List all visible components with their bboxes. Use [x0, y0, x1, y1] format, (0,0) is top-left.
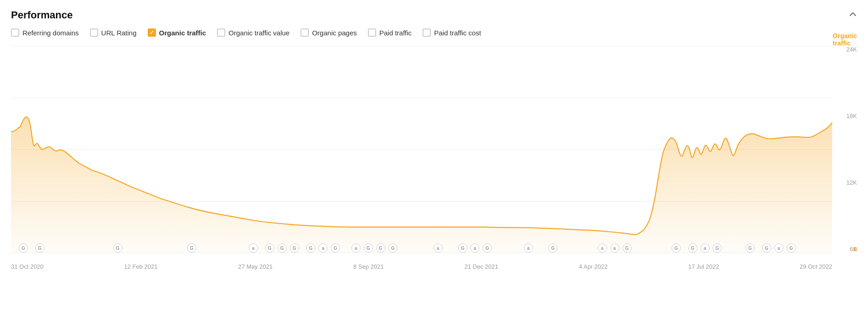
event-icon-a[interactable]: a — [470, 243, 479, 253]
y-label-zero: 0 — [854, 246, 857, 253]
checkbox-organic-traffic[interactable] — [148, 28, 156, 37]
x-label-dec2021: 21 Dec 2021 — [464, 263, 498, 270]
event-icon-g[interactable]: G — [762, 243, 771, 253]
checkbox-organic-pages[interactable] — [300, 28, 309, 37]
event-icon-g[interactable]: G — [787, 243, 796, 253]
y-label-24k: 24K — [846, 46, 857, 53]
y-label-18k: 18K — [846, 113, 857, 119]
event-icon-a[interactable]: a — [318, 243, 328, 253]
event-icon-g[interactable]: G — [364, 243, 373, 253]
event-icon-g[interactable]: G — [688, 243, 697, 253]
event-icon-g[interactable]: G — [331, 243, 340, 253]
x-label-feb2021: 12 Feb 2021 — [124, 263, 158, 270]
event-icon-g[interactable]: G — [265, 243, 274, 253]
event-icon-g[interactable]: G — [623, 243, 632, 253]
x-label-oct2020: 31 Oct 2020 — [11, 263, 44, 270]
event-icons-row: G G G G a G G G G a G a G G G a G a G a … — [11, 242, 832, 253]
filter-label-url-rating: URL Rating — [101, 29, 137, 37]
event-icon-g[interactable]: G — [672, 243, 681, 253]
event-icon-a[interactable]: a — [774, 243, 784, 253]
filter-label-paid-traffic: Paid traffic — [379, 29, 412, 37]
filter-label-organic-traffic: Organic traffic — [159, 29, 206, 37]
chart-svg-container — [11, 46, 832, 253]
section-title: Performance — [11, 9, 73, 21]
event-icon-g[interactable]: G — [290, 243, 299, 253]
event-icon-g[interactable]: G — [483, 243, 492, 253]
event-icon-g[interactable]: G — [376, 243, 385, 253]
chart-y-axis-title: Organic traffic — [833, 32, 857, 47]
y-label-12k: 12K — [846, 179, 857, 186]
filter-label-paid-traffic-cost: Paid traffic cost — [434, 29, 481, 37]
filter-bar: Referring domains URL Rating Organic tra… — [11, 28, 857, 37]
event-icon-a[interactable]: a — [610, 243, 619, 253]
x-label-jul2022: 17 Jul 2022 — [688, 263, 719, 270]
filter-paid-traffic[interactable]: Paid traffic — [368, 28, 412, 37]
filter-label-organic-pages: Organic pages — [312, 29, 357, 37]
event-icon-g[interactable]: G — [388, 243, 397, 253]
filter-organic-traffic-value[interactable]: Organic traffic value — [217, 28, 289, 37]
chevron-up-icon — [849, 10, 857, 18]
x-label-sep2021: 8 Sep 2021 — [353, 263, 384, 270]
event-icon-g[interactable]: G — [306, 243, 315, 253]
filter-organic-traffic[interactable]: Organic traffic — [148, 28, 206, 37]
filter-organic-pages[interactable]: Organic pages — [300, 28, 357, 37]
chart-area: Organic traffic 24K 18K 12K 6K 0 G G G G… — [11, 46, 857, 271]
event-icon-g[interactable]: G — [35, 243, 45, 253]
event-icon-a[interactable]: a — [351, 243, 361, 253]
filter-referring-domains[interactable]: Referring domains — [11, 28, 79, 37]
x-axis: 31 Oct 2020 12 Feb 2021 27 May 2021 8 Se… — [11, 253, 832, 271]
checkbox-url-rating[interactable] — [90, 28, 98, 37]
event-icon-g[interactable]: G — [187, 243, 196, 253]
x-label-oct2022: 29 Oct 2022 — [800, 263, 832, 270]
filter-paid-traffic-cost[interactable]: Paid traffic cost — [423, 28, 481, 37]
event-icon-g[interactable]: G — [548, 243, 557, 253]
checkbox-paid-traffic-cost[interactable] — [423, 28, 431, 37]
x-label-apr2022: 4 Apr 2022 — [579, 263, 608, 270]
event-icon-g[interactable]: G — [712, 243, 722, 253]
event-icon-g[interactable]: G — [746, 243, 755, 253]
x-label-may2021: 27 May 2021 — [238, 263, 273, 270]
chart-svg — [11, 46, 832, 253]
checkbox-organic-traffic-value[interactable] — [217, 28, 225, 37]
event-icon-a[interactable]: a — [434, 243, 443, 253]
event-icon-a[interactable]: a — [524, 243, 533, 253]
event-icon-a[interactable]: a — [249, 243, 258, 253]
event-icon-g[interactable]: G — [278, 243, 287, 253]
event-icon-g[interactable]: G — [113, 243, 122, 253]
filter-label-organic-traffic-value: Organic traffic value — [228, 29, 289, 37]
performance-section: Performance Referring domains URL Rating… — [0, 0, 868, 276]
checkbox-referring-domains[interactable] — [11, 28, 19, 37]
filter-label-referring-domains: Referring domains — [22, 29, 79, 37]
event-icon-g[interactable]: G — [458, 243, 467, 253]
collapse-button[interactable] — [849, 10, 857, 20]
section-header: Performance — [11, 9, 857, 21]
checkbox-paid-traffic[interactable] — [368, 28, 376, 37]
y-axis: Organic traffic 24K 18K 12K 6K — [835, 46, 857, 253]
filter-url-rating[interactable]: URL Rating — [90, 28, 137, 37]
event-icon-a[interactable]: a — [701, 243, 710, 253]
chart-area-fill — [11, 117, 832, 253]
event-icon-a[interactable]: a — [598, 243, 607, 253]
event-icon-g[interactable]: G — [19, 243, 28, 253]
